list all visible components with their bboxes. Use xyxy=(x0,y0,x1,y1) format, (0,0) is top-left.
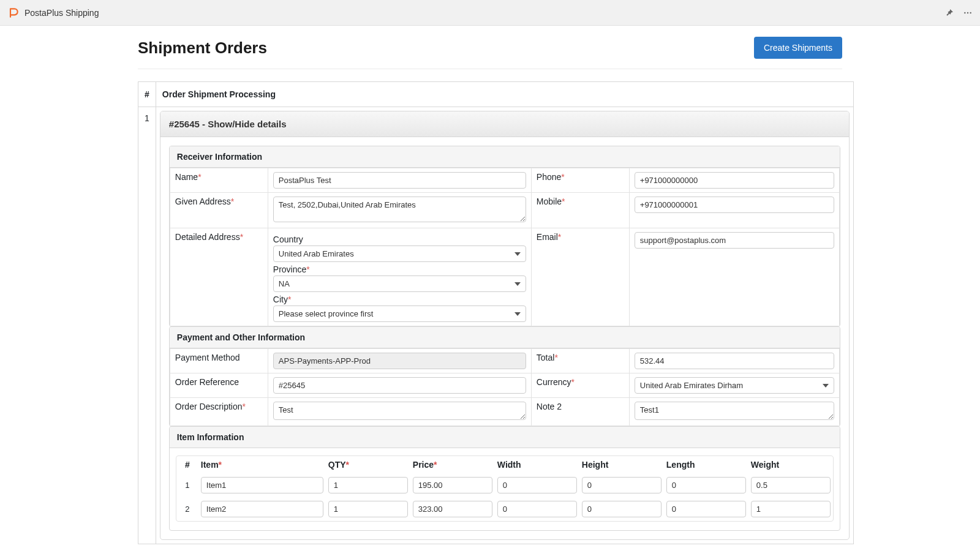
app-topbar: PostaPlus Shipping xyxy=(0,0,980,26)
total-field[interactable] xyxy=(635,353,834,369)
page-title: Shipment Orders xyxy=(138,39,267,58)
items-row: 1 xyxy=(176,473,833,497)
create-shipments-button[interactable]: Create Shipments xyxy=(754,37,842,59)
label-total: Total* xyxy=(531,349,629,373)
country-select[interactable]: United Arab Emirates xyxy=(273,246,526,262)
svg-point-1 xyxy=(967,12,968,13)
label-payment-method: Payment Method xyxy=(170,349,268,373)
receiver-section: Receiver Information Name* Phone* xyxy=(169,146,840,327)
item-weight-field[interactable] xyxy=(751,477,831,493)
receiver-section-title: Receiver Information xyxy=(170,146,840,168)
email-field[interactable] xyxy=(635,232,834,249)
svg-point-2 xyxy=(970,12,971,13)
label-mobile: Mobile* xyxy=(531,193,629,228)
items-col-length: Length xyxy=(666,460,746,470)
label-city: City* xyxy=(273,294,526,304)
label-note2: Note 2 xyxy=(531,398,629,426)
phone-field[interactable] xyxy=(635,172,834,189)
panel-toggle-header[interactable]: #25645 - Show/Hide details xyxy=(160,111,849,137)
label-country: Country xyxy=(273,234,526,244)
item-name-field[interactable] xyxy=(201,501,323,517)
item-price-field[interactable] xyxy=(413,501,492,517)
order-reference-field[interactable] xyxy=(273,377,526,394)
item-width-field[interactable] xyxy=(497,477,577,493)
app-title: PostaPlus Shipping xyxy=(24,8,99,18)
item-price-field[interactable] xyxy=(413,477,492,493)
currency-select[interactable]: United Arab Emirates Dirham xyxy=(635,377,834,394)
brand-icon xyxy=(7,7,20,19)
item-length-field[interactable] xyxy=(666,477,746,493)
orders-table: # Order Shipment Processing 1 #25645 - S… xyxy=(138,81,854,544)
payment-method-field xyxy=(273,353,526,369)
items-col-idx: # xyxy=(179,460,196,470)
item-row-idx: 1 xyxy=(179,481,196,490)
item-length-field[interactable] xyxy=(666,501,746,517)
item-qty-field[interactable] xyxy=(328,501,408,517)
label-phone: Phone* xyxy=(531,168,629,193)
page-header: Shipment Orders Create Shipments xyxy=(138,37,842,69)
items-header-row: # Item* QTY* Price* Width Height Length … xyxy=(176,456,833,473)
payment-section-title: Payment and Other Information xyxy=(170,327,840,348)
label-province: Province* xyxy=(273,264,526,274)
order-panel: #25645 - Show/Hide details Receiver Info… xyxy=(160,111,850,540)
label-currency: Currency* xyxy=(531,373,629,398)
note2-field[interactable]: Test1 xyxy=(635,402,834,420)
col-title-header: Order Shipment Processing xyxy=(156,82,853,107)
items-col-height: Height xyxy=(582,460,662,470)
item-row-idx: 2 xyxy=(179,504,196,514)
payment-section: Payment and Other Information Payment Me… xyxy=(169,326,840,427)
items-col-width: Width xyxy=(497,460,577,470)
items-row: 2 xyxy=(176,497,833,521)
items-section-title: Item Information xyxy=(170,427,840,448)
label-order-reference: Order Reference xyxy=(170,373,268,398)
name-field[interactable] xyxy=(273,172,526,189)
mobile-field[interactable] xyxy=(635,197,834,213)
label-email: Email* xyxy=(531,228,629,326)
item-weight-field[interactable] xyxy=(751,501,831,517)
item-height-field[interactable] xyxy=(582,477,662,493)
pin-icon[interactable] xyxy=(944,8,954,18)
more-icon[interactable] xyxy=(963,8,973,18)
items-col-item: Item* xyxy=(201,460,323,470)
city-select[interactable]: Please select province first xyxy=(273,305,526,322)
item-qty-field[interactable] xyxy=(328,477,408,493)
label-order-description: Order Description* xyxy=(170,398,268,426)
items-section: Item Information # Item* QTY* Price* xyxy=(169,426,840,531)
label-detailed-address: Detailed Address* xyxy=(170,228,268,326)
items-col-weight: Weight xyxy=(751,460,831,470)
items-col-qty: QTY* xyxy=(328,460,408,470)
province-select[interactable]: NA xyxy=(273,276,526,292)
items-col-price: Price* xyxy=(413,460,492,470)
item-name-field[interactable] xyxy=(201,477,323,493)
given-address-field[interactable]: Test, 2502,Dubai,United Arab Emirates xyxy=(273,197,526,222)
col-index-header: # xyxy=(138,82,156,107)
order-description-field[interactable]: Test xyxy=(273,402,526,420)
label-given-address: Given Address* xyxy=(170,193,268,228)
svg-point-0 xyxy=(964,12,965,13)
row-number: 1 xyxy=(138,107,156,544)
label-name: Name* xyxy=(170,168,268,193)
item-height-field[interactable] xyxy=(582,501,662,517)
item-width-field[interactable] xyxy=(497,501,577,517)
